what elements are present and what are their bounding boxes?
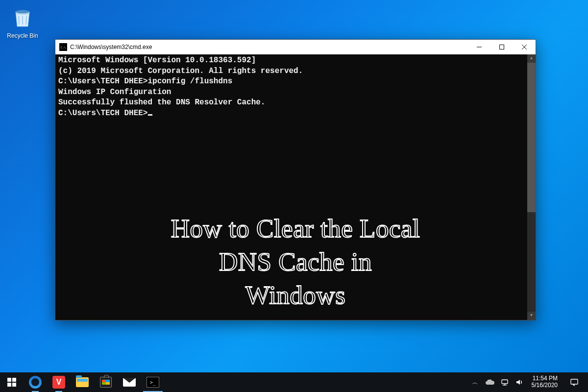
svg-point-0 (16, 10, 29, 14)
terminal-line: (c) 2019 Microsoft Corporation. All righ… (58, 66, 533, 77)
taskbar-date: 5/16/2020 (532, 382, 558, 389)
tray-network-icon[interactable] (499, 378, 510, 386)
start-button[interactable] (0, 372, 24, 392)
windows-logo-icon (7, 378, 16, 387)
terminal-cursor (148, 114, 152, 116)
svg-rect-2 (500, 45, 504, 49)
terminal-body[interactable]: Microsoft Windows [Version 10.0.18363.59… (55, 54, 536, 320)
cmd-app-icon (59, 43, 67, 51)
tray-onedrive-icon[interactable] (485, 379, 495, 385)
cmd-window: C:\Windows\system32\cmd.exe Microsoft Wi… (55, 39, 536, 320)
terminal-line: Windows IP Configuration (58, 87, 533, 98)
titlebar[interactable]: C:\Windows\system32\cmd.exe (55, 40, 536, 54)
taskbar-app-file-explorer[interactable] (71, 372, 94, 392)
scroll-up-button[interactable]: ▲ (527, 54, 536, 63)
taskbar-app-ms-store[interactable] (94, 372, 118, 392)
taskbar-time: 11:54 PM (532, 375, 558, 382)
terminal-line: Microsoft Windows [Version 10.0.18363.59… (58, 55, 533, 66)
tray-overflow-button[interactable]: ︿ (470, 379, 481, 386)
close-button[interactable] (513, 40, 536, 54)
tray-volume-icon[interactable] (514, 378, 525, 386)
svg-rect-5 (502, 380, 508, 384)
scroll-down-button[interactable]: ▼ (527, 312, 536, 320)
file-explorer-icon (76, 377, 89, 387)
ms-store-icon (100, 377, 112, 388)
terminal-line: C:\Users\TECH DHEE>ipconfig /flushdns (58, 76, 533, 87)
terminal-scrollbar[interactable]: ▲ ▼ (527, 54, 536, 320)
desktop-icon-recycle-bin[interactable]: Recycle Bin (4, 5, 41, 39)
cmd-icon (147, 377, 159, 388)
recycle-bin-icon (11, 5, 34, 28)
mail-icon (123, 378, 136, 387)
taskbar-clock[interactable]: 11:54 PM 5/16/2020 (529, 375, 561, 389)
taskbar: V ︿ 11:54 PM 5/16/2020 (0, 372, 588, 392)
svg-rect-8 (571, 379, 578, 384)
minimize-button[interactable] (468, 40, 490, 54)
window-title: C:\Windows\system32\cmd.exe (70, 44, 152, 50)
vivaldi-icon: V (52, 376, 65, 389)
taskbar-app-cmd[interactable] (141, 372, 165, 392)
desktop-icon-label: Recycle Bin (4, 32, 41, 39)
taskbar-app-vivaldi[interactable]: V (47, 372, 71, 392)
taskbar-app-edge[interactable] (24, 372, 47, 392)
maximize-button[interactable] (490, 40, 513, 54)
scroll-track[interactable] (527, 63, 536, 312)
system-tray: ︿ 11:54 PM 5/16/2020 (466, 372, 588, 392)
taskbar-app-mail[interactable] (118, 372, 141, 392)
edge-icon (29, 376, 42, 389)
terminal-line: Successfully flushed the DNS Resolver Ca… (58, 98, 533, 108)
terminal-prompt-line: C:\Users\TECH DHEE> (58, 108, 533, 119)
scroll-thumb[interactable] (527, 63, 536, 212)
action-center-button[interactable] (564, 378, 584, 387)
